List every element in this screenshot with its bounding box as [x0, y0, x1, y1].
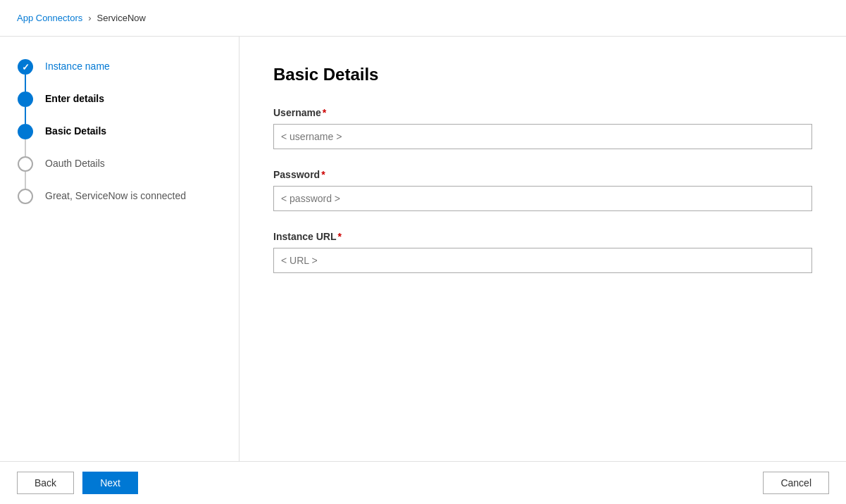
instance-url-input[interactable]	[273, 248, 812, 273]
username-required-star: *	[323, 107, 326, 118]
page-title: Basic Details	[273, 65, 812, 84]
step-label-text-oauth-details: Oauth Details	[45, 158, 105, 169]
step-line-3	[25, 139, 26, 156]
instance-url-required-star: *	[337, 231, 341, 242]
step-line-4	[25, 172, 26, 189]
username-group: Username*	[273, 107, 812, 149]
step-instance-name: ✓ Instance name	[17, 59, 222, 92]
step-circle-enter-details	[18, 92, 33, 107]
breadcrumb: App Connectors › ServiceNow	[0, 0, 846, 37]
step-enter-details: Enter details	[17, 92, 222, 124]
step-label-instance-name: Instance name	[45, 59, 222, 89]
username-input[interactable]	[273, 124, 812, 149]
step-oauth-details: Oauth Details	[17, 156, 222, 189]
username-label: Username*	[273, 107, 812, 118]
step-basic-details: Basic Details	[17, 124, 222, 156]
password-group: Password*	[273, 169, 812, 211]
main-container: ✓ Instance name Enter details	[0, 37, 846, 461]
step-circle-oauth-details	[18, 156, 33, 172]
step-indicator-col-4	[17, 156, 34, 189]
step-circle-basic-details	[18, 124, 33, 139]
step-circle-connected	[18, 189, 33, 204]
step-circle-instance-name: ✓	[18, 59, 33, 75]
content-area: Basic Details Username* Password* Instan…	[240, 37, 846, 461]
instance-url-group: Instance URL*	[273, 231, 812, 273]
instance-url-label: Instance URL*	[273, 231, 812, 242]
step-label-enter-details: Enter details	[45, 92, 222, 121]
step-label-basic-details: Basic Details	[45, 124, 222, 153]
step-label-text-enter-details: Enter details	[45, 93, 104, 104]
next-button[interactable]: Next	[82, 472, 138, 494]
step-line-1	[25, 75, 26, 92]
back-button[interactable]: Back	[17, 472, 74, 494]
password-input[interactable]	[273, 186, 812, 211]
breadcrumb-current: ServiceNow	[97, 13, 146, 23]
password-required-star: *	[321, 169, 325, 180]
sidebar: ✓ Instance name Enter details	[0, 37, 240, 461]
step-indicator-col-2	[17, 92, 34, 124]
cancel-button[interactable]: Cancel	[763, 472, 829, 494]
step-label-text-connected: Great, ServiceNow is connected	[45, 190, 186, 201]
password-label: Password*	[273, 169, 812, 180]
step-connected: Great, ServiceNow is connected	[17, 189, 222, 218]
step-line-2	[25, 107, 26, 124]
step-indicator-col-3	[17, 124, 34, 156]
step-label-connected: Great, ServiceNow is connected	[45, 189, 222, 218]
step-label-oauth-details: Oauth Details	[45, 156, 222, 186]
step-label-text-instance-name: Instance name	[45, 61, 110, 72]
footer: Back Next Cancel	[0, 461, 846, 504]
breadcrumb-chevron: ›	[88, 13, 91, 23]
step-indicator-col-1: ✓	[17, 59, 34, 92]
step-indicator-col-5	[17, 189, 34, 204]
check-icon-1: ✓	[22, 62, 30, 73]
step-label-text-basic-details: Basic Details	[45, 125, 106, 137]
app-connectors-link[interactable]: App Connectors	[17, 13, 82, 23]
